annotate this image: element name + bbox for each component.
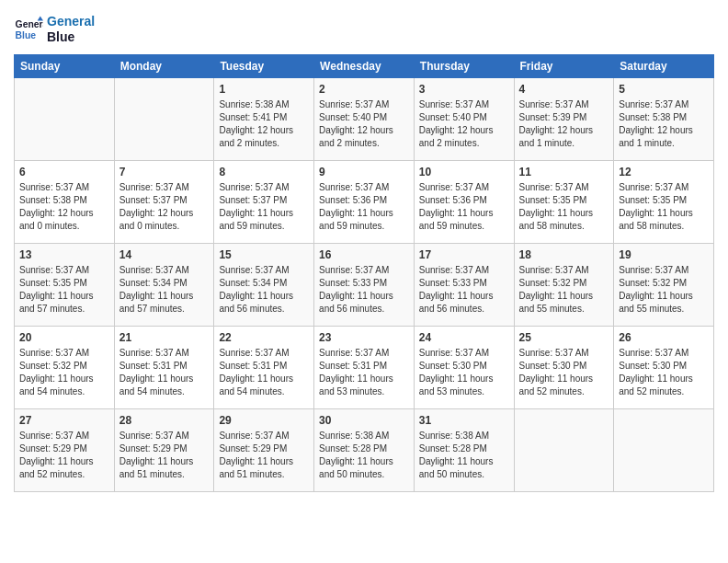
- day-number: 27: [19, 413, 109, 429]
- calendar-cell: [114, 77, 214, 160]
- day-info: Sunrise: 5:37 AM Sunset: 5:31 PM Dayligh…: [219, 347, 309, 398]
- calendar-cell: 29Sunrise: 5:37 AM Sunset: 5:29 PM Dayli…: [214, 408, 314, 491]
- day-number: 2: [319, 82, 409, 98]
- calendar-cell: 9Sunrise: 5:37 AM Sunset: 5:36 PM Daylig…: [314, 160, 415, 243]
- day-info: Sunrise: 5:37 AM Sunset: 5:40 PM Dayligh…: [319, 98, 409, 150]
- day-info: Sunrise: 5:37 AM Sunset: 5:30 PM Dayligh…: [519, 347, 609, 398]
- day-info: Sunrise: 5:37 AM Sunset: 5:35 PM Dayligh…: [519, 181, 609, 233]
- calendar-cell: [514, 408, 614, 491]
- day-number: 31: [419, 413, 509, 429]
- week-row-4: 20Sunrise: 5:37 AM Sunset: 5:32 PM Dayli…: [15, 326, 714, 408]
- day-number: 17: [419, 247, 509, 263]
- calendar-cell: 13Sunrise: 5:37 AM Sunset: 5:35 PM Dayli…: [15, 243, 115, 326]
- day-number: 19: [619, 247, 709, 263]
- svg-text:General: General: [16, 19, 43, 29]
- day-info: Sunrise: 5:37 AM Sunset: 5:36 PM Dayligh…: [419, 181, 509, 233]
- col-header-thursday: Thursday: [414, 54, 514, 77]
- page-header: General Blue GeneralBlue: [14, 14, 714, 45]
- calendar-cell: 19Sunrise: 5:37 AM Sunset: 5:32 PM Dayli…: [614, 243, 714, 326]
- calendar-header: SundayMondayTuesdayWednesdayThursdayFrid…: [15, 54, 714, 77]
- day-info: Sunrise: 5:37 AM Sunset: 5:38 PM Dayligh…: [19, 181, 109, 233]
- calendar-cell: 22Sunrise: 5:37 AM Sunset: 5:31 PM Dayli…: [214, 326, 314, 408]
- calendar-cell: 27Sunrise: 5:37 AM Sunset: 5:29 PM Dayli…: [15, 408, 115, 491]
- day-info: Sunrise: 5:37 AM Sunset: 5:33 PM Dayligh…: [319, 264, 409, 316]
- calendar-cell: 18Sunrise: 5:37 AM Sunset: 5:32 PM Dayli…: [514, 243, 614, 326]
- day-number: 26: [619, 330, 709, 346]
- calendar-cell: 30Sunrise: 5:38 AM Sunset: 5:28 PM Dayli…: [314, 408, 415, 491]
- day-info: Sunrise: 5:37 AM Sunset: 5:32 PM Dayligh…: [19, 347, 109, 398]
- day-info: Sunrise: 5:38 AM Sunset: 5:28 PM Dayligh…: [319, 430, 409, 481]
- day-number: 9: [319, 165, 409, 180]
- week-row-3: 13Sunrise: 5:37 AM Sunset: 5:35 PM Dayli…: [15, 243, 714, 326]
- logo: General Blue GeneralBlue: [14, 14, 95, 45]
- day-number: 4: [519, 82, 609, 98]
- day-info: Sunrise: 5:37 AM Sunset: 5:29 PM Dayligh…: [119, 430, 210, 481]
- day-info: Sunrise: 5:38 AM Sunset: 5:28 PM Dayligh…: [419, 430, 509, 481]
- calendar-cell: 8Sunrise: 5:37 AM Sunset: 5:37 PM Daylig…: [214, 160, 314, 243]
- day-info: Sunrise: 5:37 AM Sunset: 5:31 PM Dayligh…: [319, 347, 409, 398]
- day-number: 3: [419, 82, 509, 98]
- calendar-cell: 23Sunrise: 5:37 AM Sunset: 5:31 PM Dayli…: [314, 326, 415, 408]
- calendar-cell: [15, 77, 115, 160]
- calendar-cell: 17Sunrise: 5:37 AM Sunset: 5:33 PM Dayli…: [414, 243, 514, 326]
- calendar-cell: 6Sunrise: 5:37 AM Sunset: 5:38 PM Daylig…: [15, 160, 115, 243]
- calendar-cell: 10Sunrise: 5:37 AM Sunset: 5:36 PM Dayli…: [414, 160, 514, 243]
- calendar-cell: 7Sunrise: 5:37 AM Sunset: 5:37 PM Daylig…: [114, 160, 214, 243]
- col-header-tuesday: Tuesday: [214, 54, 314, 77]
- day-info: Sunrise: 5:37 AM Sunset: 5:32 PM Dayligh…: [619, 264, 709, 316]
- day-number: 5: [619, 82, 709, 98]
- day-info: Sunrise: 5:37 AM Sunset: 5:37 PM Dayligh…: [219, 181, 309, 233]
- day-number: 10: [419, 165, 509, 180]
- day-info: Sunrise: 5:37 AM Sunset: 5:37 PM Dayligh…: [119, 181, 210, 233]
- day-number: 12: [619, 165, 709, 180]
- calendar-table: SundayMondayTuesdayWednesdayThursdayFrid…: [14, 54, 714, 492]
- day-number: 28: [119, 413, 210, 429]
- day-info: Sunrise: 5:37 AM Sunset: 5:30 PM Dayligh…: [619, 347, 709, 398]
- day-number: 25: [519, 330, 609, 346]
- day-info: Sunrise: 5:37 AM Sunset: 5:39 PM Dayligh…: [519, 98, 609, 150]
- day-number: 22: [219, 330, 309, 346]
- day-number: 8: [219, 165, 309, 180]
- day-info: Sunrise: 5:37 AM Sunset: 5:31 PM Dayligh…: [119, 347, 210, 398]
- day-number: 30: [319, 413, 409, 429]
- day-number: 15: [219, 247, 309, 263]
- day-info: Sunrise: 5:37 AM Sunset: 5:38 PM Dayligh…: [619, 98, 709, 150]
- day-info: Sunrise: 5:37 AM Sunset: 5:34 PM Dayligh…: [119, 264, 210, 316]
- calendar-cell: 1Sunrise: 5:38 AM Sunset: 5:41 PM Daylig…: [214, 77, 314, 160]
- day-info: Sunrise: 5:37 AM Sunset: 5:29 PM Dayligh…: [219, 430, 309, 481]
- day-info: Sunrise: 5:37 AM Sunset: 5:29 PM Dayligh…: [19, 430, 109, 481]
- day-number: 29: [219, 413, 309, 429]
- day-number: 24: [419, 330, 509, 346]
- day-number: 14: [119, 247, 210, 263]
- day-info: Sunrise: 5:37 AM Sunset: 5:33 PM Dayligh…: [419, 264, 509, 316]
- calendar-cell: 25Sunrise: 5:37 AM Sunset: 5:30 PM Dayli…: [514, 326, 614, 408]
- day-number: 16: [319, 247, 409, 263]
- week-row-1: 1Sunrise: 5:38 AM Sunset: 5:41 PM Daylig…: [15, 77, 714, 160]
- logo-icon: General Blue: [14, 15, 43, 44]
- logo-text: GeneralBlue: [47, 14, 95, 45]
- day-info: Sunrise: 5:37 AM Sunset: 5:36 PM Dayligh…: [319, 181, 409, 233]
- day-info: Sunrise: 5:37 AM Sunset: 5:34 PM Dayligh…: [219, 264, 309, 316]
- col-header-friday: Friday: [514, 54, 614, 77]
- svg-text:Blue: Blue: [16, 29, 37, 40]
- day-number: 7: [119, 165, 210, 180]
- day-info: Sunrise: 5:37 AM Sunset: 5:40 PM Dayligh…: [419, 98, 509, 150]
- calendar-cell: 15Sunrise: 5:37 AM Sunset: 5:34 PM Dayli…: [214, 243, 314, 326]
- calendar-cell: 26Sunrise: 5:37 AM Sunset: 5:30 PM Dayli…: [614, 326, 714, 408]
- calendar-cell: 20Sunrise: 5:37 AM Sunset: 5:32 PM Dayli…: [15, 326, 115, 408]
- col-header-sunday: Sunday: [15, 54, 115, 77]
- col-header-monday: Monday: [114, 54, 214, 77]
- week-row-2: 6Sunrise: 5:37 AM Sunset: 5:38 PM Daylig…: [15, 160, 714, 243]
- day-number: 23: [319, 330, 409, 346]
- day-number: 1: [219, 82, 309, 98]
- calendar-cell: 24Sunrise: 5:37 AM Sunset: 5:30 PM Dayli…: [414, 326, 514, 408]
- calendar-cell: [614, 408, 714, 491]
- calendar-cell: 4Sunrise: 5:37 AM Sunset: 5:39 PM Daylig…: [514, 77, 614, 160]
- day-number: 13: [19, 247, 109, 263]
- calendar-cell: 14Sunrise: 5:37 AM Sunset: 5:34 PM Dayli…: [114, 243, 214, 326]
- day-info: Sunrise: 5:37 AM Sunset: 5:32 PM Dayligh…: [519, 264, 609, 316]
- col-header-wednesday: Wednesday: [314, 54, 415, 77]
- day-number: 21: [119, 330, 210, 346]
- calendar-cell: 28Sunrise: 5:37 AM Sunset: 5:29 PM Dayli…: [114, 408, 214, 491]
- day-info: Sunrise: 5:37 AM Sunset: 5:35 PM Dayligh…: [19, 264, 109, 316]
